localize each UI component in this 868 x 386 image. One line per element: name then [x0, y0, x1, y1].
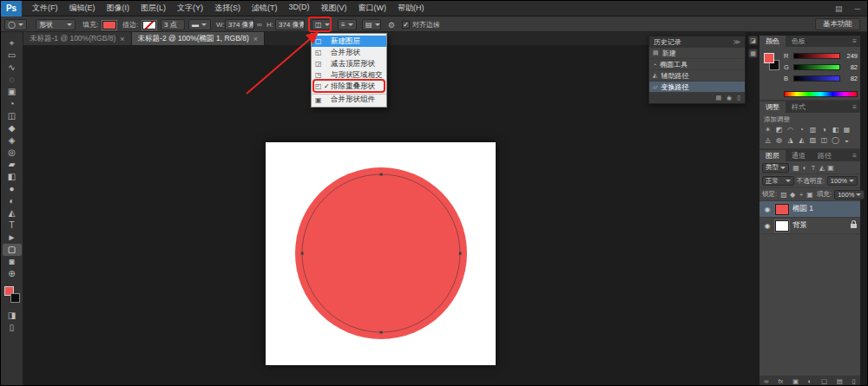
- channel-slider[interactable]: [793, 64, 840, 70]
- dodge-tool[interactable]: ◐: [3, 195, 22, 207]
- layer-thumbnail[interactable]: [775, 204, 789, 215]
- adjustment-icon[interactable]: ◭: [796, 135, 807, 146]
- layer-row-background[interactable]: ◉ 背景: [760, 218, 860, 234]
- channel-slider[interactable]: [793, 53, 840, 59]
- adjustment-icon[interactable]: ◮: [785, 135, 796, 146]
- filter-pixel-layers-icon[interactable]: ▦: [792, 164, 800, 172]
- quick-selection-tool[interactable]: ◌: [3, 74, 22, 86]
- gear-icon[interactable]: ⚙: [388, 21, 395, 29]
- history-state[interactable]: ▱ 变换路径: [649, 82, 745, 93]
- menu-item-exclude-overlapping-shapes[interactable]: ◰ ✓ 排除重叠形状: [312, 81, 386, 92]
- menubar-item[interactable]: 3D(D): [289, 3, 310, 14]
- marquee-tool[interactable]: ▭: [3, 49, 22, 62]
- minimize-icon[interactable]: ─: [855, 4, 860, 13]
- adjustment-icon[interactable]: ◒: [841, 135, 852, 146]
- window-menu-icon[interactable]: ▤: [835, 4, 843, 13]
- healing-brush-tool[interactable]: ◫: [3, 110, 22, 122]
- history-state[interactable]: ◔ 椭圆工具: [649, 59, 745, 70]
- adjustment-icon[interactable]: ◧: [830, 125, 841, 135]
- menu-item-intersect-shape-areas[interactable]: ◳ 与形状区域相交: [312, 69, 386, 81]
- path-arrange-button[interactable]: ▤: [362, 19, 381, 30]
- tab-paths[interactable]: 路径: [812, 150, 838, 161]
- link-dimensions-icon[interactable]: ∞: [257, 21, 262, 29]
- blur-tool[interactable]: ●: [3, 183, 22, 195]
- panel-menu-icon[interactable]: ≡: [852, 103, 857, 111]
- color-spectrum-ramp[interactable]: [784, 91, 858, 97]
- adjustment-icon[interactable]: ◬: [762, 135, 773, 146]
- layer-filter-dropdown[interactable]: 类型: [762, 163, 789, 173]
- document-tab-1[interactable]: 未标题-1 @ 100%(RGB/8) ×: [23, 32, 132, 45]
- menubar-item[interactable]: 选择(S): [214, 3, 240, 14]
- visibility-eye-icon[interactable]: ◉: [763, 222, 772, 230]
- tab-adjustments[interactable]: 调整: [760, 101, 786, 113]
- menubar-item[interactable]: 图像(I): [107, 3, 130, 14]
- adjustment-icon[interactable]: ▥: [807, 125, 819, 135]
- anchor-point-bottom[interactable]: [380, 331, 383, 334]
- fill-color-swatch[interactable]: [102, 21, 116, 29]
- type-tool[interactable]: T: [3, 219, 22, 232]
- layer-thumbnail[interactable]: [775, 220, 789, 232]
- menubar-item[interactable]: 滤镜(T): [252, 3, 278, 14]
- adjustment-icon[interactable]: ▦: [841, 125, 852, 135]
- gradient-tool[interactable]: ◧: [3, 171, 22, 183]
- collapsed-properties-panel-icon[interactable]: ◪: [748, 36, 758, 45]
- delete-layer-icon[interactable]: ▯: [852, 377, 855, 385]
- new-doc-from-state-icon[interactable]: ▤: [715, 95, 721, 101]
- menu-item-subtract-front-shape[interactable]: ◲ 减去顶层形状: [312, 58, 386, 69]
- menu-item-new-layer[interactable]: ▢ 新建图层: [312, 36, 386, 47]
- tab-layers[interactable]: 图层: [760, 150, 786, 161]
- align-edges-checkbox[interactable]: ✓: [402, 21, 410, 29]
- filter-shape-layers-icon[interactable]: ◭: [818, 164, 826, 172]
- layer-group-icon[interactable]: ▢: [821, 377, 827, 385]
- adjustment-icon[interactable]: ◩: [773, 125, 785, 135]
- tab-styles[interactable]: 样式: [786, 101, 812, 113]
- eraser-tool[interactable]: ▰: [3, 159, 22, 171]
- hand-tool[interactable]: ◙: [3, 256, 22, 268]
- zoom-tool[interactable]: ⊕: [3, 268, 22, 280]
- eyedropper-tool[interactable]: ◔: [3, 98, 22, 110]
- filter-adjustment-layers-icon[interactable]: ◐: [800, 164, 809, 172]
- new-layer-icon[interactable]: ▤: [837, 377, 843, 385]
- clone-stamp-tool[interactable]: ◈: [3, 134, 22, 147]
- filter-smart-objects-icon[interactable]: ▣: [826, 164, 835, 172]
- path-selection-tool[interactable]: ►: [3, 232, 22, 244]
- panel-menu-icon[interactable]: ≡: [852, 37, 857, 45]
- tool-preset-picker[interactable]: ◯: [4, 19, 27, 30]
- close-icon[interactable]: ×: [253, 35, 258, 43]
- workspace-switcher-button[interactable]: 基本功能: [815, 18, 860, 30]
- tab-channels[interactable]: 通道: [786, 150, 812, 161]
- menubar-item[interactable]: 编辑(E): [69, 3, 95, 14]
- history-state[interactable]: ▤ 新建: [649, 48, 745, 59]
- quick-mask-icon[interactable]: ◨: [3, 310, 22, 322]
- channel-value[interactable]: 82: [843, 75, 858, 82]
- menubar-item[interactable]: 文字(Y): [177, 3, 203, 14]
- tab-swatches[interactable]: 色板: [786, 36, 812, 47]
- history-brush-tool[interactable]: ◎: [3, 147, 22, 159]
- filter-type-layers-icon[interactable]: T: [809, 164, 818, 172]
- red-ellipse-shape[interactable]: [295, 167, 467, 339]
- tab-color[interactable]: 颜色: [760, 36, 786, 47]
- stroke-style-dropdown[interactable]: ▬: [188, 19, 211, 30]
- menu-item-combine-shapes[interactable]: ◱ 合并形状: [312, 47, 386, 58]
- path-alignment-button[interactable]: ≡: [338, 19, 357, 30]
- adjustment-icon[interactable]: ◑: [819, 125, 830, 135]
- tool-mode-dropdown[interactable]: 形状: [36, 19, 76, 30]
- channel-value[interactable]: 82: [843, 63, 858, 71]
- lasso-tool[interactable]: ∿: [3, 62, 22, 74]
- lock-transparent-pixels-icon[interactable]: ▨: [779, 191, 788, 199]
- collapse-panel-icon[interactable]: ≫: [733, 38, 740, 46]
- collapsed-info-panel-icon[interactable]: ▦: [748, 49, 758, 58]
- channel-slider[interactable]: [793, 75, 840, 82]
- new-snapshot-icon[interactable]: ◉: [727, 95, 732, 101]
- layer-row-ellipse-1[interactable]: ◉ 椭圆 1: [760, 201, 860, 218]
- lock-image-pixels-icon[interactable]: ◆: [788, 191, 797, 199]
- canvas-artboard[interactable]: [266, 142, 496, 365]
- blend-mode-dropdown[interactable]: 正常: [762, 176, 794, 186]
- menubar-item[interactable]: 视图(V): [321, 3, 347, 14]
- path-operations-button[interactable]: ◫: [312, 19, 331, 30]
- adjustment-icon[interactable]: ☀: [762, 125, 773, 135]
- document-tab-2[interactable]: 未标题-2 @ 100%(椭圆 1, RGB/8) ×: [132, 32, 265, 45]
- adjustment-icon[interactable]: ◫: [819, 135, 830, 146]
- menubar-item[interactable]: 文件(F): [32, 3, 58, 14]
- opacity-field[interactable]: 100%: [827, 176, 858, 186]
